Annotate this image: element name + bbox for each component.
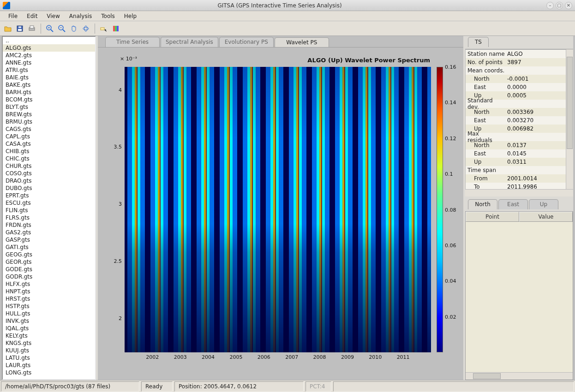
column-header-value[interactable]: Value bbox=[519, 212, 573, 222]
toolbar-separator bbox=[41, 24, 41, 34]
plot-tab-time-series[interactable]: Time Series bbox=[105, 37, 160, 47]
file-list-item[interactable]: LAUR.gts bbox=[3, 362, 95, 369]
file-list-item[interactable]: FLRS.gts bbox=[3, 214, 95, 221]
file-list-item[interactable]: BCOM.gts bbox=[3, 96, 95, 103]
open-button[interactable] bbox=[3, 24, 13, 34]
chart-title: ALGO (Up) Wavelet Power Spectrum bbox=[307, 57, 430, 64]
neu-tab-east[interactable]: East bbox=[498, 199, 528, 209]
file-list-item[interactable]: BARH.gts bbox=[3, 89, 95, 96]
close-button[interactable]: ✕ bbox=[565, 2, 572, 9]
printer-icon bbox=[28, 25, 36, 32]
file-list-item[interactable]: HULL.gts bbox=[3, 310, 95, 317]
menu-edit[interactable]: Edit bbox=[22, 12, 42, 20]
column-header-point[interactable]: Point bbox=[466, 212, 519, 222]
file-list-item[interactable]: HRST.gts bbox=[3, 295, 95, 303]
plot-tab-spectral-analysis[interactable]: Spectral Analysis bbox=[161, 37, 218, 47]
neu-tab-north[interactable]: North bbox=[468, 199, 497, 209]
station-info-table[interactable]: Station nameALGONo. of points3897Mean co… bbox=[465, 49, 573, 196]
neu-tabs: NorthEastUp bbox=[465, 198, 573, 209]
menu-tools[interactable]: Tools bbox=[96, 12, 120, 20]
file-list-item[interactable]: CAGS.gts bbox=[3, 125, 95, 133]
x-tick: 2010 bbox=[369, 354, 382, 360]
file-list-item[interactable]: IQAL.gts bbox=[3, 325, 95, 332]
x-tick: 2007 bbox=[285, 354, 298, 360]
file-list-item[interactable]: FRDN.gts bbox=[3, 221, 95, 229]
file-list-item[interactable]: KELY.gts bbox=[3, 332, 95, 339]
file-list-item[interactable]: CHUR.gts bbox=[3, 162, 95, 170]
zoom-out-button[interactable] bbox=[57, 24, 67, 34]
plot-area[interactable]: × 10⁻³ ALGO (Up) Wavelet Power Spectrum … bbox=[98, 47, 463, 380]
file-list-item[interactable]: ALGO.gts bbox=[3, 44, 95, 52]
file-list-item[interactable]: EPRT.gts bbox=[3, 192, 95, 199]
file-list-item[interactable]: INVK.gts bbox=[3, 317, 95, 325]
menu-help[interactable]: Help bbox=[120, 12, 141, 20]
plot-tab-evolutionary-ps[interactable]: Evolutionary PS bbox=[219, 37, 274, 47]
file-list-item[interactable]: CASA.gts bbox=[3, 140, 95, 148]
point-table-scrollbar[interactable] bbox=[466, 372, 573, 380]
y-tick: 4 bbox=[119, 87, 122, 93]
pan-button[interactable] bbox=[69, 24, 79, 34]
file-list-item[interactable]: FLIN.gts bbox=[3, 207, 95, 214]
info-row: East0.003270 bbox=[466, 116, 573, 125]
save-button[interactable] bbox=[15, 24, 25, 34]
file-list-item[interactable]: HLFX.gts bbox=[3, 280, 95, 288]
maximize-button[interactable]: ▢ bbox=[556, 2, 563, 9]
info-value: 2001.0014 bbox=[505, 175, 573, 182]
file-list-item[interactable]: AMC2.gts bbox=[3, 52, 95, 59]
print-button[interactable] bbox=[27, 24, 37, 34]
file-list-item[interactable]: GEOG.gts bbox=[3, 251, 95, 258]
file-list-item[interactable]: GODR.gts bbox=[3, 273, 95, 280]
file-list-item[interactable]: HNPT.gts bbox=[3, 288, 95, 295]
zoom-in-button[interactable] bbox=[45, 24, 55, 34]
file-list-item[interactable]: ANNE.gts bbox=[3, 59, 95, 66]
file-list-item[interactable]: ESCU.gts bbox=[3, 199, 95, 207]
app-icon bbox=[3, 2, 10, 9]
file-list-item[interactable]: .. bbox=[3, 37, 95, 44]
rotate-button[interactable] bbox=[81, 24, 91, 34]
colorbar bbox=[437, 67, 443, 352]
file-list-item[interactable]: BRMU.gts bbox=[3, 118, 95, 125]
info-label: North bbox=[466, 109, 505, 115]
file-list-item[interactable]: BREW.gts bbox=[3, 111, 95, 118]
file-list-item[interactable]: GEOR.gts bbox=[3, 258, 95, 266]
menu-analysis[interactable]: Analysis bbox=[65, 12, 96, 20]
file-list-item[interactable]: KNGS.gts bbox=[3, 339, 95, 347]
file-list-item[interactable]: GAS2.gts bbox=[3, 229, 95, 236]
file-list-item[interactable]: CHIB.gts bbox=[3, 148, 95, 155]
station-info-box: Station nameALGONo. of points3897Mean co… bbox=[465, 49, 573, 196]
file-list[interactable]: ..ALGO.gtsAMC2.gtsANNE.gtsATRI.gtsBAIE.g… bbox=[2, 36, 96, 380]
status-bar: /home/ali/PhD/TS/proc03/gts (87 files) R… bbox=[0, 380, 575, 392]
file-list-item[interactable]: BLYT.gts bbox=[3, 103, 95, 111]
point-value-body[interactable] bbox=[466, 222, 573, 372]
file-list-item[interactable]: CAPL.gts bbox=[3, 133, 95, 140]
file-list-item[interactable]: GODE.gts bbox=[3, 266, 95, 273]
file-list-item[interactable]: BAKE.gts bbox=[3, 81, 95, 89]
file-list-item[interactable]: HSTP.gts bbox=[3, 303, 95, 310]
menu-file[interactable]: File bbox=[4, 12, 22, 20]
file-list-item[interactable]: BAIE.gts bbox=[3, 74, 95, 81]
file-list-item[interactable]: ATRI.gts bbox=[3, 66, 95, 74]
info-value: ALGO bbox=[505, 51, 573, 57]
neu-tab-up[interactable]: Up bbox=[529, 199, 558, 209]
info-panel: TS Station nameALGONo. of points3897Mean… bbox=[465, 36, 573, 380]
file-list-item[interactable]: GATI.gts bbox=[3, 244, 95, 251]
file-list-item[interactable]: DUBO.gts bbox=[3, 184, 95, 192]
file-list-item[interactable]: GASP.gts bbox=[3, 236, 95, 244]
colorbar-tick: 0.02 bbox=[445, 314, 456, 320]
plot-tab-wavelet-ps[interactable]: Wavelet PS bbox=[275, 37, 329, 48]
info-vertical-scrollbar[interactable] bbox=[566, 49, 573, 189]
tab-ts[interactable]: TS bbox=[468, 37, 489, 47]
plot-panel: Time SeriesSpectral AnalysisEvolutionary… bbox=[98, 36, 463, 380]
colorbar-button[interactable] bbox=[111, 24, 121, 34]
minimize-button[interactable]: – bbox=[546, 2, 554, 9]
file-list-item[interactable]: CHIC.gts bbox=[3, 155, 95, 162]
file-list-item[interactable]: COSO.gts bbox=[3, 170, 95, 177]
file-list-item[interactable]: DRAO.gts bbox=[3, 177, 95, 184]
data-cursor-button[interactable] bbox=[99, 24, 109, 34]
menu-view[interactable]: View bbox=[42, 12, 64, 20]
file-list-item[interactable]: KUUJ.gts bbox=[3, 347, 95, 354]
file-list-item[interactable]: LONG.gts bbox=[3, 369, 95, 376]
wavelet-heatmap[interactable] bbox=[125, 67, 431, 352]
file-list-item[interactable]: LATU.gts bbox=[3, 354, 95, 362]
info-horizontal-scrollbar[interactable] bbox=[465, 189, 573, 196]
